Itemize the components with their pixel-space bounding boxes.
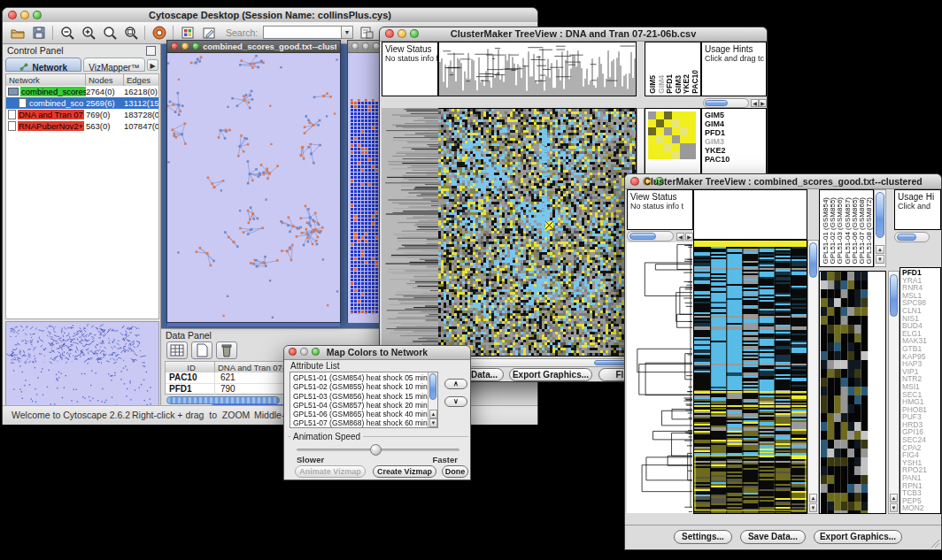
tv2-gene-label[interactable]: HAP3 xyxy=(902,360,940,368)
minimize-icon[interactable] xyxy=(181,42,189,50)
thumbnail-matrix-cell[interactable] xyxy=(664,151,672,159)
tv2-column-dendrogram-panel[interactable] xyxy=(693,189,807,240)
tv1-heatmap-panel[interactable] xyxy=(438,108,637,357)
tv2-gene-label[interactable]: RPO21 xyxy=(902,466,940,474)
thumbnail-matrix-cell[interactable] xyxy=(672,143,680,151)
thumbnail-matrix-cell[interactable] xyxy=(672,135,680,143)
tv1-column-label[interactable]: PAC10 xyxy=(691,70,699,94)
thumbnail-matrix-cell[interactable] xyxy=(672,111,680,119)
scroll-up-button[interactable]: ▲ xyxy=(809,494,817,502)
tv1-gene-label[interactable]: GIM5 xyxy=(705,111,766,119)
tv2-gene-list[interactable]: PFD1YRA1RNR4MSL1SPC98CLN1NIS1BUD4ELG1MAK… xyxy=(900,267,941,514)
treeview2-titlebar[interactable]: ClusterMaker TreeView : combined_scores_… xyxy=(625,174,941,189)
tv2-save-data-button[interactable]: Save Data... xyxy=(740,530,806,544)
save-icon[interactable] xyxy=(31,25,47,41)
tv2-gene-label[interactable]: YSH1 xyxy=(902,459,940,467)
tv2-sub-heatmap-panel[interactable] xyxy=(819,271,886,514)
tv2-hints-hscrollbar[interactable] xyxy=(894,232,930,242)
dialog-titlebar[interactable]: Map Colors to Network xyxy=(284,346,470,360)
scroll-thumb[interactable] xyxy=(705,100,728,106)
network-table-row[interactable]: DNA and Tran 07769(0)183728(0) xyxy=(6,109,158,120)
thumbnail-matrix-cell[interactable] xyxy=(656,127,664,135)
network-frame-1[interactable]: combined_scores_good.txt--cluste... xyxy=(166,40,341,323)
minimize-icon[interactable] xyxy=(362,42,369,50)
tv1-hints-hscrollbar[interactable] xyxy=(703,98,749,108)
zoom-fit-icon[interactable] xyxy=(123,25,139,41)
thumbnail-matrix-cell[interactable] xyxy=(648,143,656,151)
thumbnail-matrix-cell[interactable] xyxy=(688,119,696,127)
attribute-list-item[interactable]: GPL51-07 (GSM868) heat shock 60 min xyxy=(293,418,437,427)
thumbnail-matrix-cell[interactable] xyxy=(656,135,664,143)
thumbnail-matrix-cell[interactable] xyxy=(648,151,656,159)
thumbnail-matrix-cell[interactable] xyxy=(672,119,680,127)
thumbnail-matrix-cell[interactable] xyxy=(672,151,680,159)
tv2-gene-label[interactable]: SEC1 xyxy=(902,391,940,399)
tv1-heatmap-canvas[interactable] xyxy=(438,109,636,356)
thumbnail-matrix-cell[interactable] xyxy=(664,135,672,143)
treeview1-titlebar[interactable]: ClusterMaker TreeView : DNA and Tran 07-… xyxy=(380,27,767,42)
scroll-down-button[interactable]: ▼ xyxy=(809,503,817,512)
tab-network[interactable]: Network xyxy=(5,58,81,72)
tv1-column-labels-panel[interactable]: GIM5GIM4PFD1GIM3YKE2PAC10 xyxy=(645,42,701,96)
tv2-gene-label[interactable]: NTR2 xyxy=(902,375,940,383)
attribute-list-vscrollbar[interactable]: ▲ ▼ xyxy=(428,372,437,427)
network-table-row[interactable]: RNAPuberNov2+563(0)107847(0) xyxy=(6,120,158,132)
tv1-column-dendrogram-panel[interactable] xyxy=(438,42,637,96)
tv2-sub-heatmap-canvas[interactable] xyxy=(820,272,885,513)
search-dropdown-button[interactable]: ▼ xyxy=(341,26,353,39)
tv1-gene-label[interactable]: YKE2 xyxy=(705,146,766,155)
tv2-gene-label[interactable]: GPI16 xyxy=(902,428,940,436)
scroll-thumb[interactable] xyxy=(890,274,898,317)
tv2-heatmap-canvas[interactable] xyxy=(694,241,807,513)
tv2-gene-label[interactable]: VIP1 xyxy=(902,368,940,376)
animate-vizmap-button[interactable]: Animate Vizmap xyxy=(295,465,366,478)
thumbnail-matrix-cell[interactable] xyxy=(648,135,656,143)
move-up-button[interactable]: ∧ xyxy=(444,379,467,389)
zoom-window-icon[interactable] xyxy=(192,42,199,50)
scroll-left-button[interactable]: ◀ xyxy=(751,99,759,107)
thumbnail-matrix-cell[interactable] xyxy=(688,111,696,119)
speed-slider-thumb[interactable] xyxy=(370,444,382,456)
thumbnail-matrix-cell[interactable] xyxy=(664,143,672,151)
tv1-column-label[interactable]: YKE2 xyxy=(683,74,691,94)
attribute-list-item[interactable]: GPL51-02 (GSM855) heat shock 10 min xyxy=(293,382,437,391)
create-vizmap-button[interactable]: Create Vizmap xyxy=(373,465,436,478)
zoom-in-icon[interactable] xyxy=(81,25,97,41)
scroll-thumb[interactable] xyxy=(876,192,884,238)
tv2-gene-label[interactable]: GTB1 xyxy=(902,345,940,353)
scroll-thumb[interactable] xyxy=(897,234,916,241)
scroll-up-button[interactable]: ▲ xyxy=(429,410,437,418)
attribute-list-item[interactable]: GPL51-06 (GSM865) heat shock 40 min xyxy=(293,410,437,418)
tv2-gene-label[interactable]: YRA1 xyxy=(902,277,940,285)
scroll-up-button[interactable]: ▲ xyxy=(876,245,884,254)
tv2-gene-label[interactable]: PHO81 xyxy=(902,406,940,414)
tv2-gene-label[interactable]: HMG1 xyxy=(902,398,940,406)
tv2-gene-label[interactable]: MON2 xyxy=(902,504,940,512)
tv2-gene-label[interactable]: MSL1 xyxy=(902,292,940,300)
tv2-gene-label[interactable]: RNR4 xyxy=(902,284,940,292)
tab-overflow-button[interactable]: ▶ xyxy=(147,59,158,71)
thumbnail-matrix-cell[interactable] xyxy=(648,111,656,119)
network-table-row[interactable]: combined_sco2569(6)13112(15) xyxy=(6,97,158,109)
tv2-gene-label[interactable]: FIG4 xyxy=(902,451,940,459)
tv2-gene-label[interactable]: MAK31 xyxy=(902,337,940,345)
col-header-nodes[interactable]: Nodes xyxy=(86,74,124,86)
close-icon[interactable] xyxy=(171,42,178,50)
scroll-right-button[interactable]: ▶ xyxy=(685,233,693,241)
tv2-gene-label[interactable]: PEP5 xyxy=(902,497,940,505)
zoom-actual-icon[interactable] xyxy=(102,25,118,41)
tv1-column-label[interactable]: PFD1 xyxy=(666,74,674,94)
scroll-down-button[interactable]: ▼ xyxy=(876,255,884,264)
thumbnail-matrix-cell[interactable] xyxy=(648,119,656,127)
tv2-gene-label[interactable]: MSI1 xyxy=(902,383,940,391)
tv2-export-graphics-button[interactable]: Export Graphics... xyxy=(814,530,902,544)
thumbnail-matrix-cell[interactable] xyxy=(688,135,696,143)
thumbnail-matrix-cell[interactable] xyxy=(656,111,664,119)
thumbnail-matrix-cell[interactable] xyxy=(656,143,664,151)
network-table-row[interactable]: combined_scores2764(0)16218(0) xyxy=(6,86,158,97)
tv1-gene-label[interactable]: PFD1 xyxy=(705,128,766,137)
scroll-thumb[interactable] xyxy=(809,242,817,278)
thumbnail-matrix-cell[interactable] xyxy=(672,127,680,135)
close-icon[interactable] xyxy=(351,42,359,50)
tv2-gene-label[interactable]: SEC24 xyxy=(902,436,940,444)
